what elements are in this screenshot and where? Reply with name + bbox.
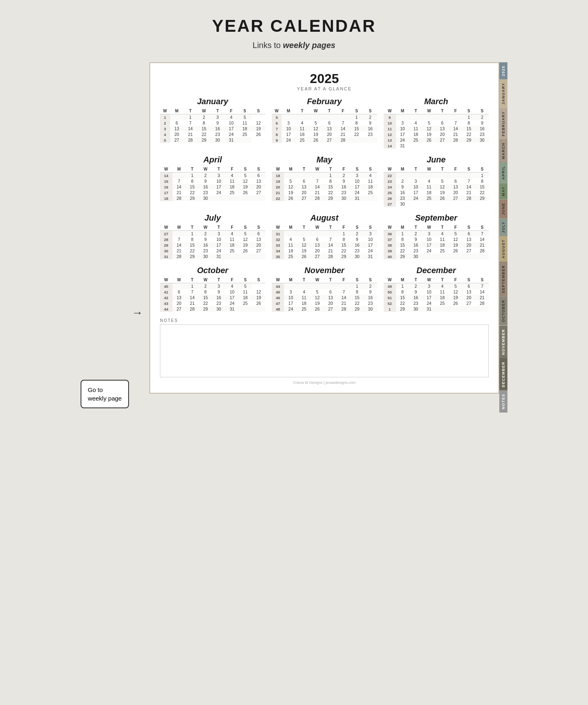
table-row[interactable]: 3525262728293031 bbox=[272, 254, 377, 259]
day-cell[interactable]: 10 bbox=[224, 120, 238, 126]
day-cell[interactable]: 23 bbox=[337, 190, 351, 195]
day-cell[interactable]: 26 bbox=[449, 300, 462, 306]
day-cell[interactable]: 28 bbox=[449, 137, 462, 143]
day-cell[interactable]: 29 bbox=[186, 254, 199, 259]
table-row[interactable]: 491234567 bbox=[384, 283, 489, 289]
day-cell[interactable]: 17 bbox=[225, 295, 239, 300]
day-cell[interactable]: 5 bbox=[238, 114, 251, 120]
day-cell[interactable]: 4 bbox=[225, 231, 239, 237]
day-cell[interactable] bbox=[297, 173, 311, 179]
day-cell[interactable]: 25 bbox=[225, 248, 239, 254]
day-cell[interactable]: 1 bbox=[462, 114, 476, 120]
day-cell[interactable]: 28 bbox=[324, 254, 337, 259]
day-cell[interactable]: 14 bbox=[336, 126, 350, 131]
day-cell[interactable] bbox=[475, 306, 489, 312]
day-cell[interactable]: 30 bbox=[211, 137, 224, 143]
day-cell[interactable]: 28 bbox=[186, 306, 199, 312]
day-cell[interactable]: 27 bbox=[310, 254, 324, 259]
table-row[interactable]: 2516171819202122 bbox=[384, 190, 489, 195]
day-cell[interactable]: 17 bbox=[212, 184, 225, 190]
day-cell[interactable]: 6 bbox=[449, 178, 462, 184]
day-cell[interactable] bbox=[409, 114, 422, 120]
side-tab-may[interactable]: MAY bbox=[499, 183, 507, 199]
side-tab-july[interactable]: JULY bbox=[499, 218, 507, 236]
day-cell[interactable] bbox=[284, 283, 297, 289]
day-cell[interactable] bbox=[282, 114, 295, 120]
day-cell[interactable] bbox=[295, 114, 309, 120]
table-row[interactable]: 1324252627282930 bbox=[384, 137, 489, 143]
table-row[interactable]: 37891011121314 bbox=[384, 236, 489, 242]
day-cell[interactable]: 19 bbox=[309, 131, 322, 137]
day-cell[interactable]: 13 bbox=[324, 295, 337, 300]
day-cell[interactable] bbox=[449, 201, 462, 207]
table-row[interactable]: 232345678 bbox=[384, 178, 489, 184]
table-row[interactable]: 420212223242526 bbox=[160, 131, 265, 137]
day-cell[interactable]: 3 bbox=[422, 283, 436, 289]
day-cell[interactable]: 26 bbox=[251, 131, 265, 137]
day-cell[interactable]: 21 bbox=[184, 131, 197, 137]
day-cell[interactable]: 14 bbox=[324, 242, 337, 248]
day-cell[interactable]: 30 bbox=[364, 306, 377, 312]
day-cell[interactable]: 21 bbox=[173, 190, 186, 195]
day-cell[interactable]: 4 bbox=[224, 114, 238, 120]
day-cell[interactable]: 6 bbox=[310, 236, 324, 242]
table-row[interactable]: 2878910111213 bbox=[160, 236, 265, 242]
day-cell[interactable]: 27 bbox=[462, 248, 476, 254]
day-cell[interactable]: 10 bbox=[225, 289, 239, 295]
day-cell[interactable]: 7 bbox=[337, 289, 351, 295]
day-cell[interactable]: 16 bbox=[364, 295, 377, 300]
day-cell[interactable]: 18 bbox=[436, 295, 449, 300]
table-row[interactable]: 2623242526272829 bbox=[384, 195, 489, 201]
table-row[interactable]: 3815161718192021 bbox=[384, 242, 489, 248]
day-cell[interactable]: 16 bbox=[396, 190, 409, 195]
day-cell[interactable]: 4 bbox=[422, 178, 436, 184]
day-cell[interactable]: 16 bbox=[475, 126, 489, 131]
day-cell[interactable]: 2 bbox=[199, 283, 212, 289]
day-cell[interactable]: 16 bbox=[363, 126, 377, 131]
day-cell[interactable]: 21 bbox=[462, 190, 476, 195]
day-cell[interactable]: 24 bbox=[409, 195, 422, 201]
day-cell[interactable]: 21 bbox=[310, 190, 324, 195]
table-row[interactable]: 2730 bbox=[384, 201, 489, 207]
day-cell[interactable]: 26 bbox=[239, 248, 252, 254]
day-cell[interactable]: 6 bbox=[170, 120, 184, 126]
table-row[interactable]: 221 bbox=[384, 173, 489, 179]
day-cell[interactable] bbox=[323, 114, 336, 120]
day-cell[interactable] bbox=[449, 143, 462, 149]
day-cell[interactable]: 13 bbox=[310, 242, 324, 248]
day-cell[interactable] bbox=[396, 173, 409, 179]
day-cell[interactable] bbox=[337, 283, 351, 289]
side-tab-notes[interactable]: NOTES bbox=[499, 390, 507, 413]
day-cell[interactable]: 19 bbox=[449, 242, 462, 248]
day-cell[interactable]: 10 bbox=[284, 295, 297, 300]
day-cell[interactable]: 9 bbox=[475, 120, 489, 126]
day-cell[interactable] bbox=[462, 173, 476, 179]
day-cell[interactable] bbox=[252, 306, 265, 312]
day-cell[interactable]: 3 bbox=[282, 120, 295, 126]
day-cell[interactable] bbox=[310, 173, 324, 179]
day-cell[interactable] bbox=[462, 143, 476, 149]
day-cell[interactable] bbox=[462, 254, 476, 259]
day-cell[interactable]: 7 bbox=[449, 120, 462, 126]
day-cell[interactable]: 2 bbox=[350, 231, 364, 237]
day-cell[interactable]: 7 bbox=[310, 178, 324, 184]
day-cell[interactable]: 3 bbox=[212, 173, 225, 179]
day-cell[interactable]: 19 bbox=[297, 248, 311, 254]
day-cell[interactable]: 15 bbox=[350, 126, 363, 131]
day-cell[interactable]: 29 bbox=[396, 254, 409, 259]
day-cell[interactable]: 26 bbox=[310, 306, 324, 312]
day-cell[interactable]: 27 bbox=[436, 137, 449, 143]
table-row[interactable]: 2914151617181920 bbox=[160, 242, 265, 248]
day-cell[interactable]: 21 bbox=[336, 131, 350, 137]
day-cell[interactable]: 27 bbox=[170, 137, 184, 143]
day-cell[interactable]: 30 bbox=[212, 306, 225, 312]
side-tab-august[interactable]: AUGUST bbox=[499, 236, 507, 262]
day-cell[interactable]: 11 bbox=[295, 126, 309, 131]
day-cell[interactable] bbox=[173, 283, 186, 289]
table-row[interactable]: 103456789 bbox=[384, 120, 489, 126]
side-tab-april[interactable]: APRIL bbox=[499, 162, 507, 183]
day-cell[interactable]: 11 bbox=[297, 295, 311, 300]
day-cell[interactable]: 22 bbox=[337, 248, 351, 254]
day-cell[interactable]: 14 bbox=[449, 126, 462, 131]
day-cell[interactable]: 8 bbox=[350, 289, 364, 295]
